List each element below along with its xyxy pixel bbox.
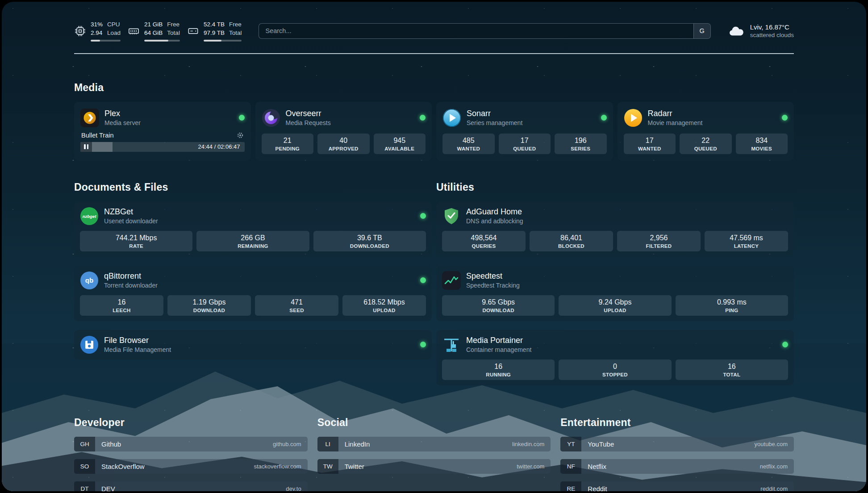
service-name: Radarr (648, 109, 703, 118)
cpu-usage-bar (91, 40, 121, 42)
stat-available: 945 AVAILABLE (374, 134, 426, 154)
bookmark-url: twitter.com (517, 463, 544, 470)
stat-queries: 498,564 QUERIES (442, 231, 526, 251)
section-title-documents: Documents & Files (74, 181, 432, 193)
bookmark-name: YouTube (588, 440, 614, 448)
memory-total-label: Total (167, 29, 180, 38)
search-input[interactable] (259, 24, 693, 38)
section-title-social: Social (317, 417, 551, 429)
service-subtitle: Torrent downloader (104, 282, 158, 289)
service-card-radarr[interactable]: Radarr Movie management 17 WANTED 22 QUE… (618, 102, 794, 161)
service-name: Overseerr (286, 109, 331, 118)
bookmark-group-social: Social LI LinkedIn linkedin.com TW Twitt… (317, 417, 551, 474)
memory-widget: 21 GiB 64 GiB Free Total (128, 21, 180, 42)
stat-download: 1.19 Gbps DOWNLOAD (167, 295, 251, 316)
status-dot (601, 115, 607, 121)
disk-widget: 52.4 TB 97.9 TB Free Total (187, 21, 242, 42)
stat-running: 16 RUNNING (442, 359, 555, 380)
settings-gear-icon[interactable] (237, 132, 244, 139)
section-utilities: Utilities AdGuard Home (436, 181, 794, 385)
stat-wanted: 17 WANTED (624, 134, 676, 154)
service-card-nzbget[interactable]: nzbget NZBGet Usenet downloader 744.21 M… (74, 201, 432, 257)
service-name: Speedtest (466, 272, 520, 281)
weather-location: Lviv, 16.87°C (750, 23, 794, 31)
service-subtitle: Series management (467, 119, 522, 126)
stat-total: 16 TOTAL (676, 359, 788, 380)
search-provider-button[interactable]: G (693, 24, 710, 38)
bookmark-url: youtube.com (755, 441, 788, 447)
top-bar: 31% 2.94 CPU Load (74, 21, 794, 42)
service-card-filebrowser[interactable]: File Browser Media File Management (74, 330, 432, 359)
stat-download: 9.65 Gbps DOWNLOAD (442, 295, 555, 316)
playback-time: 24:44 / 02:06:47 (198, 143, 245, 150)
bookmark-abbr: NF (560, 459, 581, 474)
bookmark-github[interactable]: GH Github github.com (74, 437, 308, 451)
memory-usage-fill (144, 40, 168, 42)
bookmark-stackoverflow[interactable]: SO StackOverflow stackoverflow.com (74, 459, 308, 474)
service-subtitle: Media File Management (104, 346, 171, 353)
service-name: qBittorrent (104, 272, 158, 281)
bookmark-reddit[interactable]: RE Reddit reddit.com (560, 481, 794, 491)
bookmark-name: LinkedIn (345, 440, 370, 448)
bookmark-abbr: RE (560, 481, 581, 491)
bookmark-name: Github (101, 440, 121, 448)
status-dot (239, 115, 245, 121)
filebrowser-icon (80, 335, 99, 354)
bookmark-linkedin[interactable]: LI LinkedIn linkedin.com (317, 437, 551, 451)
status-dot (782, 115, 788, 121)
bookmark-url: github.com (273, 441, 301, 447)
service-subtitle: Speedtest Tracking (466, 282, 520, 289)
stat-wanted: 485 WANTED (442, 134, 495, 154)
cpu-usage-fill (91, 40, 100, 42)
cpu-icon (74, 25, 86, 37)
section-title-media: Media (74, 82, 794, 94)
service-subtitle: Container management (466, 346, 531, 353)
bookmark-name: DEV (101, 485, 115, 491)
stat-approved: 40 APPROVED (317, 134, 370, 154)
status-dot (420, 342, 426, 347)
stat-pending: 21 PENDING (262, 134, 314, 154)
bookmark-netflix[interactable]: NF Netflix netflix.com (560, 459, 794, 474)
memory-icon (128, 25, 140, 37)
cpu-widget: 31% 2.94 CPU Load (74, 21, 121, 42)
service-card-plex[interactable]: Plex Media server Bullet Train (74, 102, 251, 161)
bookmark-abbr: SO (74, 459, 95, 474)
bookmark-url: reddit.com (760, 485, 788, 491)
stat-queued: 22 QUEUED (680, 134, 732, 154)
cloud-icon (728, 24, 745, 38)
section-title-utilities: Utilities (436, 181, 794, 193)
disk-free-value: 52.4 TB (204, 21, 225, 29)
service-subtitle: Usenet downloader (104, 217, 158, 225)
bookmark-twitter[interactable]: TW Twitter twitter.com (317, 459, 551, 474)
service-card-portainer[interactable]: Media Portainer Container management 16 … (436, 330, 794, 385)
weather-widget: Lviv, 16.87°C scattered clouds (728, 23, 794, 38)
disk-total-label: Total (229, 29, 242, 38)
bookmark-abbr: DT (74, 481, 95, 491)
status-dot (420, 115, 426, 121)
service-card-speedtest[interactable]: Speedtest Speedtest Tracking 9.65 Gbps D… (436, 266, 794, 321)
disk-total-value: 97.9 TB (204, 29, 225, 38)
weather-condition: scattered clouds (750, 32, 794, 38)
service-card-overseerr[interactable]: Overseerr Media Requests 21 PENDING 40 A… (255, 102, 432, 161)
disk-icon (187, 25, 199, 37)
stat-filtered: 2,956 FILTERED (617, 231, 701, 251)
bookmark-abbr: TW (317, 459, 338, 474)
svg-text:qb: qb (85, 276, 93, 284)
bookmark-url: linkedin.com (512, 441, 544, 447)
service-name: Media Portainer (466, 336, 531, 345)
bookmark-name: Twitter (345, 463, 364, 470)
sonarr-icon (442, 109, 461, 127)
bookmark-group-entertainment: Entertainment YT YouTube youtube.com NF … (560, 417, 794, 491)
bookmark-abbr: LI (317, 437, 338, 451)
search-bar[interactable]: G (259, 23, 710, 39)
overseerr-icon (262, 109, 280, 127)
service-card-sonarr[interactable]: Sonarr Series management 485 WANTED 17 Q… (436, 102, 613, 161)
service-name: Plex (104, 109, 141, 118)
cpu-load-value: 2.94 (91, 29, 103, 38)
section-documents: Documents & Files nzbget NZBGet Usenet d… (74, 181, 432, 359)
service-card-qbittorrent[interactable]: qb qBittorrent Torrent downloader 16 LEE… (74, 266, 432, 321)
service-name: File Browser (104, 336, 171, 345)
service-card-adguard[interactable]: AdGuard Home DNS and adblocking 498,564 … (436, 201, 794, 257)
bookmark-dev[interactable]: DT DEV dev.to (74, 481, 308, 491)
bookmark-youtube[interactable]: YT YouTube youtube.com (560, 437, 794, 451)
